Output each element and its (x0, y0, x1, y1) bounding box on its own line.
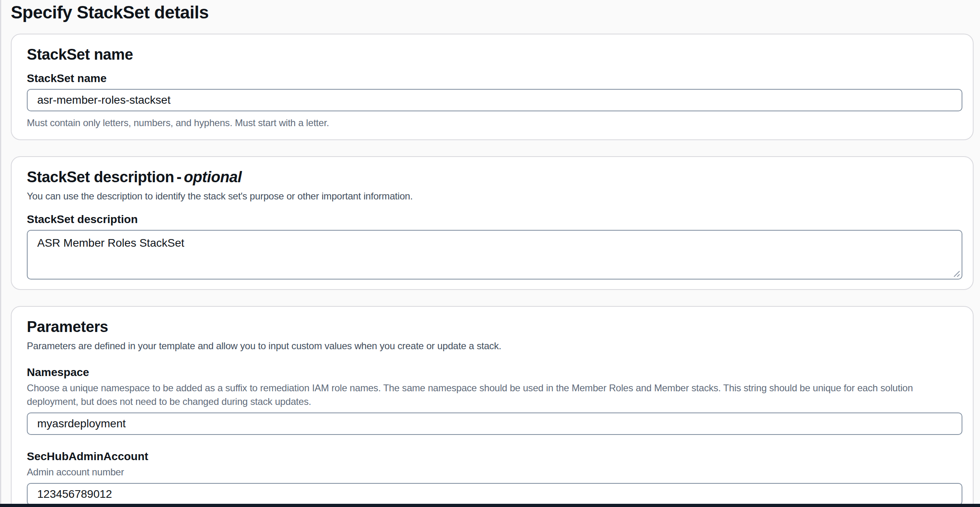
stackset-description-section-desc: You can use the description to identify … (27, 189, 961, 203)
section-title-text: StackSet description (27, 169, 174, 185)
namespace-description: Choose a unique namespace to be added as… (27, 381, 961, 408)
section-title-optional: optional (184, 169, 242, 185)
resize-handle-icon[interactable] (951, 268, 960, 278)
stackset-description-label: StackSet description (27, 212, 961, 227)
stackset-details-page: Specify StackSet details StackSet name S… (0, 0, 980, 507)
namespace-field: Namespace Choose a unique namespace to b… (27, 365, 961, 435)
stackset-description-textarea-wrap: ASR Member Roles StackSet (27, 230, 962, 280)
stackset-description-card: StackSet description-optional You can us… (11, 156, 974, 290)
namespace-input[interactable] (27, 412, 962, 435)
stackset-description-textarea[interactable]: ASR Member Roles StackSet (27, 230, 962, 280)
window-left-edge (0, 0, 1, 504)
sechubadminaccount-input[interactable] (27, 483, 962, 505)
parameters-card: Parameters Parameters are defined in you… (11, 306, 974, 507)
stackset-name-section-title: StackSet name (27, 45, 961, 64)
stackset-name-label: StackSet name (27, 71, 961, 86)
stackset-name-field: StackSet name Must contain only letters,… (27, 71, 961, 130)
sechubadminaccount-description: Admin account number (27, 465, 961, 479)
page-title: Specify StackSet details (11, 2, 974, 23)
section-title-separator: - (177, 169, 181, 185)
window-bottom-edge (0, 504, 980, 507)
stackset-description-field: StackSet description ASR Member Roles St… (27, 212, 961, 280)
namespace-label: Namespace (27, 365, 961, 380)
stackset-name-input[interactable] (27, 89, 962, 111)
stackset-description-section-title: StackSet description-optional (27, 167, 961, 187)
stackset-name-card: StackSet name StackSet name Must contain… (11, 34, 974, 140)
parameters-section-desc: Parameters are defined in your template … (27, 339, 961, 353)
stackset-name-constraint: Must contain only letters, numbers, and … (27, 116, 961, 130)
parameters-section-title: Parameters (27, 317, 961, 336)
sechubadminaccount-field: SecHubAdminAccount Admin account number (27, 449, 961, 505)
sechubadminaccount-label: SecHubAdminAccount (27, 449, 961, 464)
